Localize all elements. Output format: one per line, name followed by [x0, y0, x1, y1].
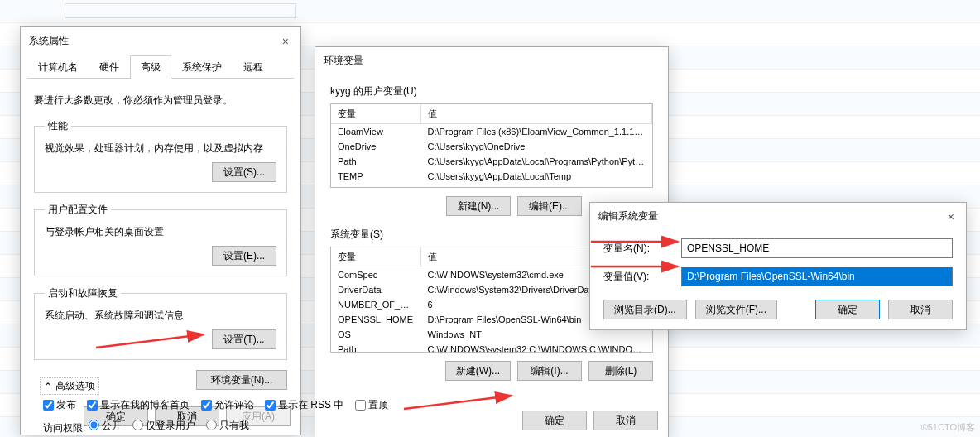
edit-ok-button[interactable]: 确定 — [815, 300, 880, 319]
user-vars-label: kyyg 的用户变量(U) — [330, 84, 653, 98]
env-title: 环境变量 — [324, 54, 363, 68]
edit-title: 编辑系统变量 — [598, 209, 658, 223]
startup-settings-button[interactable]: 设置(T)... — [212, 329, 276, 349]
sys-new-button[interactable]: 新建(W)... — [445, 361, 511, 381]
table-row[interactable]: PathC:\Users\kyyg\AppData\Local\Programs… — [331, 154, 652, 169]
publish-checkbox[interactable]: 发布 — [43, 396, 76, 414]
edit-system-variable-dialog: 编辑系统变量 × 变量名(N): 变量值(V): 浏览目录(D)... 浏览文件… — [589, 202, 967, 330]
show-rss-checkbox[interactable]: 显示在 RSS 中 — [265, 396, 343, 414]
advanced-options-label: 高级选项 — [55, 379, 95, 393]
table-row[interactable]: EloamViewD:\Program Files (x86)\EloamVie… — [331, 124, 652, 140]
sys-delete-button[interactable]: 删除(L) — [588, 361, 653, 381]
edit-cancel-button[interactable]: 取消 — [888, 300, 953, 319]
browse-file-button[interactable]: 浏览文件(F)... — [695, 300, 777, 319]
sysprops-title: 系统属性 — [29, 34, 69, 48]
sysprops-content: 要进行大多数更改，你必须作为管理员登录。 性能 视觉效果，处理器计划，内存使用，… — [21, 79, 300, 398]
chevron-up-icon: ⌃ — [44, 381, 52, 392]
user-edit-button[interactable]: 编辑(E)... — [517, 196, 582, 216]
partial-box-top — [65, 3, 296, 18]
sysprops-titlebar: 系统属性 × — [21, 27, 300, 55]
access-onlyme-radio[interactable]: 只有我 — [206, 416, 249, 435]
sys-vars-buttons: 新建(W)... 编辑(I)... 删除(L) — [330, 361, 653, 381]
profiles-group: 用户配置文件 与登录帐户相关的桌面设置 设置(E)... — [34, 203, 287, 276]
system-properties-dialog: 系统属性 × 计算机名 硬件 高级 系统保护 远程 要进行大多数更改，你必须作为… — [20, 26, 301, 435]
user-new-button[interactable]: 新建(N)... — [446, 196, 511, 216]
startup-legend: 启动和故障恢复 — [45, 286, 121, 300]
allow-comment-checkbox[interactable]: 允许评论 — [201, 396, 254, 414]
tab-advanced[interactable]: 高级 — [130, 55, 171, 79]
access-label: 访问权限: — [43, 421, 85, 433]
table-row[interactable]: TEMPC:\Users\kyyg\AppData\Local\Temp — [331, 169, 652, 184]
advanced-options-row[interactable]: ⌃ 高级选项 — [40, 377, 99, 395]
var-name-label: 变量名(N): — [603, 242, 670, 256]
env-cancel-button[interactable]: 取消 — [593, 411, 658, 430]
profiles-text: 与登录帐户相关的桌面设置 — [45, 225, 276, 239]
performance-settings-button[interactable]: 设置(S)... — [212, 162, 276, 182]
col-var[interactable]: 变量 — [331, 104, 421, 124]
user-vars-table: 变量值 EloamViewD:\Program Files (x86)\Eloa… — [331, 104, 652, 188]
var-name-row: 变量名(N): — [603, 238, 953, 258]
var-value-input[interactable] — [681, 267, 953, 286]
browse-directory-button[interactable]: 浏览目录(D)... — [603, 300, 687, 319]
table-row[interactable]: PathC:\WINDOWS\system32;C:\WINDOWS;C:\WI… — [331, 342, 652, 353]
tab-hardware[interactable]: 硬件 — [89, 55, 130, 79]
var-name-input[interactable] — [681, 238, 953, 258]
tab-system-protection[interactable]: 系统保护 — [171, 55, 233, 79]
editor-options: 发布 显示在我的博客首页 允许评论 显示在 RSS 中 置顶 访问权限: 公开 … — [43, 396, 396, 437]
access-login-radio[interactable]: 仅登录用户 — [132, 416, 195, 435]
sysprops-tabs: 计算机名 硬件 高级 系统保护 远程 — [27, 55, 294, 79]
table-row[interactable]: TMPC:\Users\kyyg\AppData\Local\Temp — [331, 184, 652, 188]
profiles-settings-button[interactable]: 设置(E)... — [212, 246, 276, 266]
edit-titlebar: 编辑系统变量 × — [590, 203, 966, 230]
performance-group: 性能 视觉效果，处理器计划，内存使用，以及虚拟内存 设置(S)... — [34, 119, 287, 193]
sys-edit-button[interactable]: 编辑(I)... — [517, 361, 582, 381]
admin-note: 要进行大多数更改，你必须作为管理员登录。 — [34, 94, 287, 108]
env-titlebar: 环境变量 — [315, 47, 668, 74]
tab-remote[interactable]: 远程 — [233, 55, 274, 79]
col-val[interactable]: 值 — [421, 104, 652, 124]
user-vars-table-wrap[interactable]: 变量值 EloamViewD:\Program Files (x86)\Eloa… — [330, 103, 653, 188]
performance-text: 视觉效果，处理器计划，内存使用，以及虚拟内存 — [45, 142, 276, 156]
env-variables-button[interactable]: 环境变量(N)... — [196, 370, 287, 390]
watermark: ©51CTO博客 — [921, 421, 975, 434]
var-value-row: 变量值(V): — [603, 267, 953, 286]
col-var2[interactable]: 变量 — [331, 247, 421, 267]
performance-legend: 性能 — [45, 119, 71, 133]
edit-button-row: 浏览目录(D)... 浏览文件(F)... 确定 取消 — [590, 295, 966, 329]
env-ok-button[interactable]: 确定 — [522, 411, 587, 430]
pinned-checkbox[interactable]: 置顶 — [355, 396, 388, 414]
startup-text: 系统启动、系统故障和调试信息 — [45, 309, 276, 323]
access-public-radio[interactable]: 公开 — [89, 416, 122, 435]
startup-group: 启动和故障恢复 系统启动、系统故障和调试信息 设置(T)... — [34, 286, 287, 360]
var-value-label: 变量值(V): — [603, 270, 670, 284]
close-icon[interactable]: × — [944, 210, 958, 223]
close-icon[interactable]: × — [279, 35, 292, 48]
show-home-checkbox[interactable]: 显示在我的博客首页 — [87, 396, 190, 414]
profiles-legend: 用户配置文件 — [45, 203, 111, 217]
table-row[interactable]: OneDriveC:\Users\kyyg\OneDrive — [331, 139, 652, 154]
tab-computer-name[interactable]: 计算机名 — [27, 55, 89, 79]
